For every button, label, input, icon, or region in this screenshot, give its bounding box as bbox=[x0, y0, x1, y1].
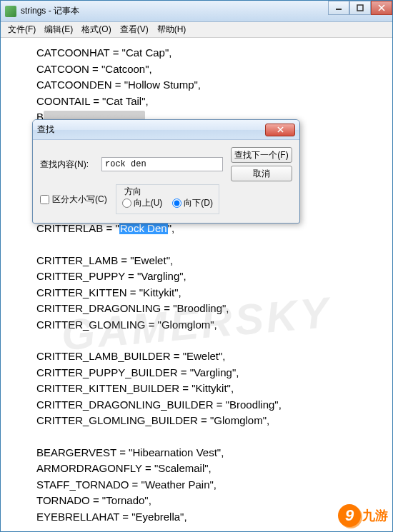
find-input[interactable] bbox=[101, 157, 223, 171]
find-titlebar[interactable]: 查找 bbox=[33, 120, 299, 140]
text-line: CATCOONHAT = "Cat Cap", bbox=[36, 45, 385, 61]
find-cancel-button[interactable]: 取消 bbox=[231, 166, 292, 181]
maximize-button[interactable] bbox=[349, 1, 371, 15]
minimize-button[interactable] bbox=[328, 1, 349, 15]
svg-rect-1 bbox=[357, 5, 363, 11]
match-case-input[interactable] bbox=[40, 195, 49, 204]
text-line: CRITTER_GLOMLING = "Glomglom", bbox=[36, 317, 385, 333]
text-line: CRITTER_GLOMLING_BUILDER = "Glomglom", bbox=[36, 413, 385, 429]
blank-line bbox=[36, 237, 385, 253]
app-icon bbox=[5, 6, 16, 17]
text-area[interactable]: CATCOONHAT = "Cat Cap", CATCOON = "Catco… bbox=[1, 38, 392, 531]
window-controls bbox=[328, 1, 392, 15]
text-line: COONTAIL = "Cat Tail", bbox=[36, 94, 385, 110]
blank-line bbox=[36, 429, 385, 445]
direction-group: 方向 向上(U) 向下(D) bbox=[116, 184, 219, 214]
notepad-window: strings - 记事本 文件(F) 编辑(E) 格式(O) 查看(V) 帮助… bbox=[0, 0, 393, 532]
text-line: CRITTER_KITTEN = "Kittykit", bbox=[36, 285, 385, 301]
find-close-button[interactable] bbox=[265, 124, 295, 136]
menu-format[interactable]: 格式(O) bbox=[77, 22, 115, 37]
text-line: CRITTER_KITTEN_BUILDER = "Kittykit", bbox=[36, 381, 385, 397]
titlebar[interactable]: strings - 记事本 bbox=[1, 1, 392, 22]
direction-legend: 方向 bbox=[122, 186, 144, 198]
text-line: ARMORDRAGONFLY = "Scalemail", bbox=[36, 461, 385, 477]
menu-help[interactable]: 帮助(H) bbox=[153, 22, 191, 37]
menu-file[interactable]: 文件(F) bbox=[4, 22, 40, 37]
text-line: CRITTER_DRAGONLING_BUILDER = "Broodling"… bbox=[36, 397, 385, 413]
text-line: TORNADO = "Tornado", bbox=[36, 493, 385, 509]
menubar: 文件(F) 编辑(E) 格式(O) 查看(V) 帮助(H) bbox=[1, 22, 392, 38]
text-line: CRITTER_DRAGONLING = "Broodling", bbox=[36, 301, 385, 317]
find-body: 查找内容(N): 查找下一个(F) 取消 区分大小写(C) 方向 向上(U) 向… bbox=[33, 140, 299, 223]
text-line: BEARGERVEST = "Hibearnation Vest", bbox=[36, 445, 385, 461]
text-line: CRITTER_PUPPY = "Vargling", bbox=[36, 268, 385, 285]
window-title: strings - 记事本 bbox=[21, 5, 328, 17]
blank-line bbox=[36, 333, 385, 348]
menu-view[interactable]: 查看(V) bbox=[116, 22, 153, 37]
text-line: CATCOON = "Catcoon", bbox=[36, 61, 385, 78]
text-line: CRITTER_LAMB = "Ewelet", bbox=[36, 253, 385, 269]
text-line: EYEBRELLAHAT = "Eyebrella", bbox=[36, 509, 385, 526]
find-title: 查找 bbox=[37, 124, 265, 136]
match-case-checkbox[interactable]: 区分大小写(C) bbox=[40, 194, 107, 206]
direction-down-radio[interactable]: 向下(D) bbox=[172, 197, 213, 209]
find-dialog[interactable]: 查找 查找内容(N): 查找下一个(F) 取消 区分大小写(C) 方向 bbox=[32, 119, 300, 224]
find-content-label: 查找内容(N): bbox=[40, 159, 101, 171]
menu-edit[interactable]: 编辑(E) bbox=[40, 22, 77, 37]
find-next-button[interactable]: 查找下一个(F) bbox=[231, 147, 292, 163]
text-line: CRITTER_LAMB_BUILDER = "Ewelet", bbox=[36, 348, 385, 365]
direction-up-radio[interactable]: 向上(U) bbox=[122, 197, 163, 209]
text-line: CRITTER_PUPPY_BUILDER = "Vargling", bbox=[36, 365, 385, 381]
text-line: STAFF_TORNADO = "Weather Pain", bbox=[36, 477, 385, 493]
close-button[interactable] bbox=[371, 1, 392, 15]
search-highlight: Rock Den bbox=[119, 222, 168, 234]
text-line: CATCOONDEN = "Hollow Stump", bbox=[36, 77, 385, 94]
